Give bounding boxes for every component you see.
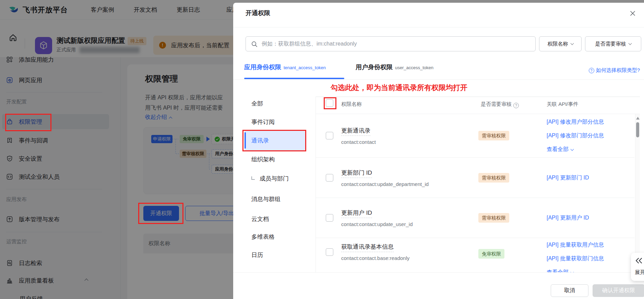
permission-scope: contact:contact:update_department_id [341,181,429,187]
category-item-成员与部门[interactable]: 成员与部门 [251,175,289,183]
row-checkbox[interactable] [326,214,333,222]
filter-review-dropdown[interactable]: 是否需要审核 [585,36,641,51]
question-circle-icon [513,103,519,108]
divider [233,272,644,273]
category-item-日历[interactable]: 日历 [251,251,263,259]
permission-scope: contact:contact [341,139,376,145]
search-input[interactable] [261,37,528,51]
view-all-link[interactable]: 查看全部 [547,142,604,156]
question-circle-icon [589,68,594,73]
permission-table-body: 更新通讯录contact:contact需审核权限[API] 修改用户部分信息[… [315,114,634,272]
review-badge: 需审核权限 [478,213,509,223]
permission-row: 更新部门 IDcontact:contact:update_department… [315,158,634,198]
related-api-links: [API] 更新部门 ID [547,171,589,185]
api-link[interactable]: [API] 更新部门 ID [547,171,589,185]
review-badge: 需审核权限 [478,131,509,140]
chevron-down-icon [571,148,574,151]
active-tab-underline [244,78,344,79]
annotation-text: 勾选此处，即为当前通讯录所有权限均打开 [331,83,467,92]
double-chevron-left-icon [635,257,643,264]
category-item-组织架构[interactable]: 组织架构 [251,155,275,163]
related-api-links: [API] 修改用户部分信息[API] 修改部门部分信息查看全部 [547,115,604,156]
column-header-review: 是否需要审核 [481,101,519,108]
permission-name-block: 获取通讯录基本信息contact:contact.base:readonly [341,243,409,261]
review-badge: 需审核权限 [478,173,509,183]
child-indent-icon [251,176,255,180]
category-item-云文档[interactable]: 云文档 [251,215,269,223]
related-api-links: [API] 更新用户 ID [547,211,589,225]
scrollbar-up-arrow-icon[interactable] [636,117,640,120]
review-badge: 免审权限 [478,249,504,259]
scrollbar[interactable] [635,114,640,272]
permission-name: 获取通讯录基本信息 [341,243,394,252]
permission-row: 获取通讯录基本信息contact:contact.base:readonly免审… [315,238,634,272]
permission-row: 更新通讯录contact:contact需审核权限[API] 修改用户部分信息[… [315,114,634,158]
permission-name: 更新部门 ID [341,169,372,178]
related-api-links: [API] 批量获取用户信息[API] 批量获取部门信息查看全部 [547,238,604,272]
permission-name: 更新用户 ID [341,209,372,218]
divider [315,97,640,97]
permission-name-block: 更新部门 IDcontact:contact:update_department… [341,169,429,187]
expand-panel[interactable]: 展开 [631,253,644,281]
permission-name: 更新通讯录 [341,127,370,136]
permission-name-block: 更新通讯录contact:contact [341,127,376,145]
chevron-down-icon [570,41,574,45]
search-box [246,36,536,51]
chevron-down-icon [628,41,632,45]
view-all-link[interactable]: 查看全部 [547,265,604,272]
annotation-box-open-button [138,203,183,224]
api-link[interactable]: [API] 批量获取部门信息 [547,252,604,265]
api-link[interactable]: [API] 修改用户部分信息 [547,115,604,129]
help-link[interactable]: 如何选择权限类型? [589,67,640,74]
cancel-button[interactable]: 取消 [551,284,588,297]
divider [233,79,644,80]
expand-label: 展开 [635,269,644,276]
permission-name-block: 更新用户 IDcontact:contact:update_user_id [341,209,413,227]
permission-scope: contact:contact.base:readonly [341,255,409,261]
column-header-related: 关联 API/事件 [547,101,579,108]
api-link[interactable]: [API] 修改部门部分信息 [547,129,604,142]
divider [233,27,644,27]
filter-permission-name-dropdown[interactable]: 权限名称 [539,36,582,51]
row-checkbox[interactable] [326,132,333,139]
row-checkbox[interactable] [326,248,333,256]
category-item-多维表格[interactable]: 多维表格 [251,233,275,241]
api-link[interactable]: [API] 更新用户 ID [547,211,589,225]
category-item-事件订阅[interactable]: 事件订阅 [251,118,275,126]
search-icon [251,41,258,47]
annotation-box-contacts-category [242,130,306,151]
confirm-open-permission-button[interactable]: 确认开通权限 [593,284,644,297]
annotation-box-permission-menu [5,114,51,131]
tab-user-access-token[interactable]: 用户身份权限user_access_token [356,63,433,71]
category-item-消息与群组[interactable]: 消息与群组 [251,195,281,203]
modal-title: 开通权限 [246,9,270,17]
annotation-box-select-all-checkbox [324,97,336,109]
close-icon[interactable] [628,8,638,18]
scrollbar-thumb[interactable] [636,122,639,137]
permission-row: 更新用户 IDcontact:contact:update_user_id需审核… [315,198,634,238]
category-item-全部[interactable]: 全部 [251,100,263,108]
row-checkbox[interactable] [326,174,333,182]
column-header-name: 权限名称 [341,101,362,108]
screen: 飞书开放平台 客户案例开发文档更新日志应用 测试新版权限应用配置 待上线 正式应… [0,0,644,299]
api-link[interactable]: [API] 批量获取用户信息 [547,238,604,252]
tab-tenant-access-token[interactable]: 应用身份权限tenant_access_token [244,63,326,71]
permission-scope: contact:contact:update_user_id [341,221,413,227]
